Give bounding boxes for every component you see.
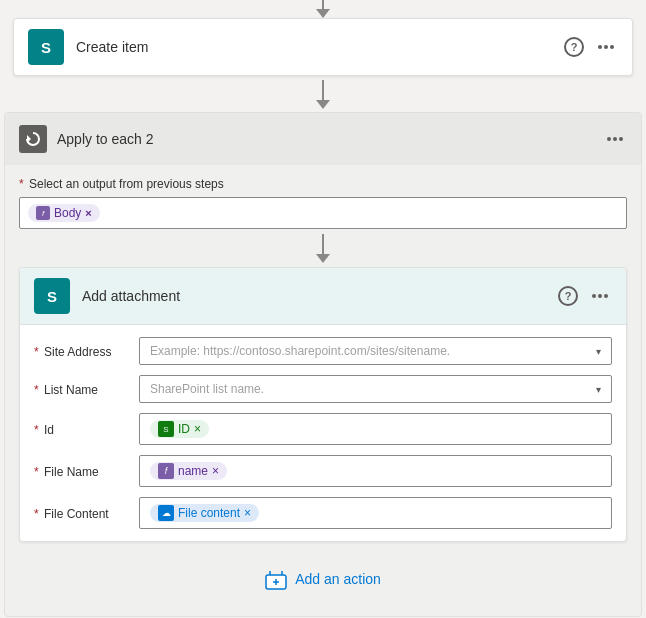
apply-each-header: Apply to each 2: [5, 113, 641, 165]
create-item-title: Create item: [76, 39, 564, 55]
select-output-field[interactable]: f Body ×: [19, 197, 627, 229]
list-name-label: * List Name: [34, 381, 139, 397]
create-item-help-icon[interactable]: ?: [564, 37, 584, 57]
select-output-section: * Select an output from previous steps f…: [5, 165, 641, 229]
select-output-label: * Select an output from previous steps: [19, 177, 627, 191]
file-content-label: * File Content: [34, 505, 139, 521]
create-item-card: S Create item ?: [13, 18, 633, 76]
list-name-dropdown-arrow: ▾: [596, 384, 601, 395]
inner-connector: [5, 233, 641, 263]
id-row: * Id S ID ×: [34, 413, 612, 445]
apply-each-container: Apply to each 2 * Select an output from …: [4, 112, 642, 617]
add-attachment-icon: S: [34, 278, 70, 314]
apply-each-title: Apply to each 2: [57, 131, 603, 147]
site-address-row: * Site Address Example: https://contoso.…: [34, 337, 612, 365]
file-content-row: * File Content ☁ File content ×: [34, 497, 612, 529]
id-token-close[interactable]: ×: [194, 422, 201, 436]
id-field[interactable]: S ID ×: [139, 413, 612, 445]
site-address-label: * Site Address: [34, 343, 139, 359]
apply-each-more-button[interactable]: [603, 135, 627, 143]
list-name-row: * List Name SharePoint list name. ▾: [34, 375, 612, 403]
create-item-actions: ?: [564, 37, 618, 57]
body-token-label: Body: [54, 206, 81, 220]
add-action-label: Add an action: [295, 571, 381, 587]
required-star: *: [19, 177, 24, 191]
site-address-dropdown-arrow: ▾: [596, 346, 601, 357]
file-content-token-icon: ☁: [158, 505, 174, 521]
body-token-close[interactable]: ×: [85, 207, 91, 219]
list-name-field[interactable]: SharePoint list name. ▾: [139, 375, 612, 403]
add-action-icon: [265, 568, 287, 590]
body-token-icon: f: [36, 206, 50, 220]
add-attachment-help-icon[interactable]: ?: [558, 286, 578, 306]
body-token[interactable]: f Body ×: [28, 204, 100, 222]
site-address-placeholder: Example: https://contoso.sharepoint.com/…: [150, 344, 450, 358]
id-token-icon: S: [158, 421, 174, 437]
add-attachment-card: S Add attachment ?: [19, 267, 627, 542]
add-action-button[interactable]: Add an action: [251, 562, 395, 596]
file-name-row: * File Name f name ×: [34, 455, 612, 487]
create-item-more-button[interactable]: [594, 43, 618, 51]
id-token[interactable]: S ID ×: [150, 420, 209, 438]
file-name-field[interactable]: f name ×: [139, 455, 612, 487]
attachment-fields: * Site Address Example: https://contoso.…: [20, 325, 626, 541]
file-content-token-label: File content: [178, 506, 240, 520]
file-name-label: * File Name: [34, 463, 139, 479]
file-name-token[interactable]: f name ×: [150, 462, 227, 480]
file-content-token-close[interactable]: ×: [244, 506, 251, 520]
add-attachment-actions: ?: [558, 286, 612, 306]
file-content-token[interactable]: ☁ File content ×: [150, 504, 259, 522]
add-action-section: Add an action: [5, 542, 641, 596]
add-attachment-title: Add attachment: [82, 288, 558, 304]
top-connector: [316, 0, 330, 18]
file-name-token-label: name: [178, 464, 208, 478]
file-content-field[interactable]: ☁ File content ×: [139, 497, 612, 529]
file-name-token-close[interactable]: ×: [212, 464, 219, 478]
id-label: * Id: [34, 421, 139, 437]
loop-icon: [19, 125, 47, 153]
add-attachment-more-button[interactable]: [588, 292, 612, 300]
middle-connector: [316, 76, 330, 112]
list-name-placeholder: SharePoint list name.: [150, 382, 264, 396]
id-token-label: ID: [178, 422, 190, 436]
site-address-field[interactable]: Example: https://contoso.sharepoint.com/…: [139, 337, 612, 365]
svg-marker-0: [27, 135, 31, 143]
add-attachment-header: S Add attachment ?: [20, 268, 626, 325]
create-item-icon: S: [28, 29, 64, 65]
file-name-token-icon: f: [158, 463, 174, 479]
